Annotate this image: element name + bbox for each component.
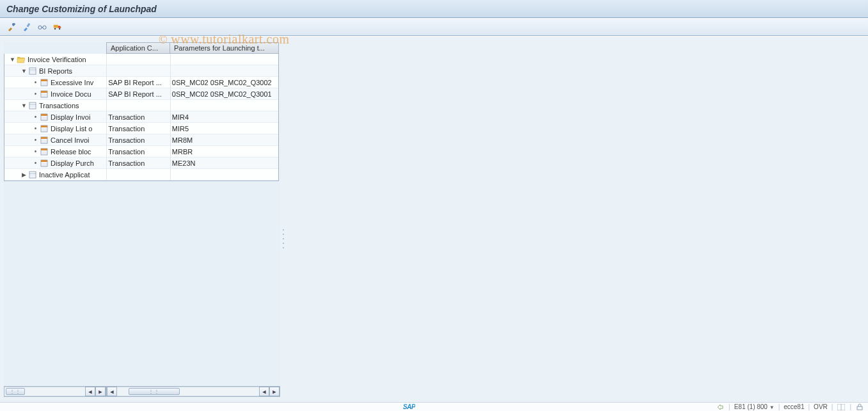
scrollbar-thumb[interactable]: ⋮⋮ [6, 388, 25, 395]
sap-logo: SAP [403, 403, 415, 410]
tree-cell[interactable]: ▼Transactions [4, 100, 106, 111]
pencil-wrench-icon [7, 22, 16, 31]
tree-row[interactable]: ▼Invoice Verification [4, 54, 278, 65]
node-icon [40, 124, 49, 133]
svg-rect-35 [41, 137, 47, 139]
scrollbar-track[interactable]: ⋮⋮ [4, 387, 85, 396]
node-icon [40, 90, 49, 99]
scroll-right-button[interactable]: ► [95, 387, 106, 396]
tree-cell[interactable]: •Excessive Inv [4, 77, 106, 88]
separator: | [849, 403, 851, 410]
cell-application [106, 54, 170, 65]
tree-panel: Application C... Parameters for Launchin… [4, 42, 280, 397]
tree-node-label: Inactive Applicat [39, 171, 90, 179]
cell-parameters: MIR5 [170, 123, 278, 134]
title-bar: Change Customizing of Launchpad [0, 0, 868, 18]
tree-bullet-icon: • [33, 136, 38, 143]
svg-rect-40 [41, 149, 47, 150]
svg-rect-55 [857, 407, 862, 410]
svg-point-5 [58, 28, 59, 29]
tree-row[interactable]: •Display PurchTransactionME23N [4, 157, 278, 169]
node-icon [40, 113, 49, 122]
expand-toggle-icon[interactable]: ▶ [21, 172, 27, 177]
cell-parameters [170, 169, 278, 181]
cell-application [106, 169, 170, 181]
cell-application: Transaction [106, 123, 170, 134]
scrollbar-track[interactable]: ⋮⋮ [117, 387, 259, 396]
page-title: Change Customizing of Launchpad [6, 4, 157, 14]
tree-cell[interactable]: ▼BI Reports [4, 65, 106, 77]
scroll-right-button[interactable]: ► [269, 387, 280, 396]
tree-row[interactable]: •Invoice DocuSAP BI Report ...0SR_MC02 0… [4, 88, 278, 100]
truck-icon [53, 22, 62, 31]
cell-application: Transaction [106, 111, 170, 123]
svg-rect-16 [41, 91, 47, 93]
expand-toggle-icon[interactable]: ▼ [21, 68, 27, 74]
tree-node-label: Release bloc [51, 148, 91, 156]
tree-cell[interactable]: •Display Purch [4, 157, 106, 169]
tree-row[interactable]: ▼Transactions [4, 100, 278, 111]
tree-cell[interactable]: •Cancel Invoi [4, 134, 106, 146]
status-lock-icon[interactable] [855, 403, 864, 411]
status-server: ecce81 [784, 403, 804, 410]
tree-row[interactable]: •Excessive InvSAP BI Report ...0SR_MC02 … [4, 77, 278, 88]
scrollbar-thumb[interactable]: ⋮⋮ [129, 388, 180, 395]
node-icon [40, 136, 49, 145]
cell-parameters [170, 100, 278, 111]
status-mode: OVR [814, 403, 828, 410]
node-icon [28, 170, 37, 179]
status-nav-icon[interactable] [716, 403, 725, 411]
status-layout-icon[interactable] [837, 403, 846, 411]
cell-application [106, 100, 170, 111]
tree-cell[interactable]: ▼Invoice Verification [4, 54, 106, 65]
cell-parameters: MR8M [170, 134, 278, 146]
tree-bullet-icon: • [33, 90, 38, 97]
tree-row[interactable]: •Release blocTransactionMRBR [4, 146, 278, 157]
expand-toggle-icon[interactable]: ▼ [21, 102, 27, 108]
tree-bullet-icon: • [33, 148, 38, 155]
svg-rect-30 [41, 125, 47, 127]
toolbar-button-transport[interactable] [52, 21, 64, 33]
tree-node-label: Invoice Verification [28, 56, 86, 63]
tree-cell[interactable]: •Display Invoi [4, 111, 106, 123]
column-header-application[interactable]: Application C... [106, 42, 170, 54]
grid-hscroll[interactable]: ◄ ⋮⋮ ◄ ► [106, 386, 280, 397]
tree-row[interactable]: •Display InvoiTransactionMIR4 [4, 111, 278, 123]
node-icon [40, 159, 49, 168]
splitter-handle[interactable] [281, 229, 285, 248]
cell-parameters: ME23N [170, 157, 278, 169]
status-system[interactable]: E81 (1) 800 ▼ [734, 403, 775, 410]
tree-node-label: BI Reports [39, 67, 72, 75]
toolbar-button-1[interactable] [6, 21, 18, 33]
tree-row[interactable]: •Cancel InvoiTransactionMR8M [4, 134, 278, 146]
cell-application: Transaction [106, 157, 170, 169]
svg-rect-25 [41, 114, 47, 116]
separator: | [729, 403, 730, 410]
svg-rect-0 [26, 22, 30, 27]
tree-cell[interactable]: ▶Inactive Applicat [4, 169, 106, 181]
cell-parameters: 0SR_MC02 0SR_MC02_Q3001 [170, 88, 278, 100]
horizontal-scrollbars: ⋮⋮ ◄ ► ◄ ⋮⋮ ◄ ► [4, 386, 280, 397]
tree-hscroll[interactable]: ⋮⋮ ◄ ► [4, 386, 106, 397]
tree-row[interactable]: •Display List oTransactionMIR5 [4, 123, 278, 134]
toolbar-button-3[interactable] [37, 21, 49, 33]
status-system-text: E81 (1) 800 [734, 403, 768, 410]
column-header-parameters[interactable]: Parameters for Launching t... [170, 42, 279, 54]
scroll-left-button[interactable]: ◄ [85, 387, 95, 396]
tree-column-header[interactable] [4, 42, 106, 54]
tree-cell[interactable]: •Release bloc [4, 146, 106, 157]
toolbar-button-2[interactable] [22, 21, 33, 33]
status-bar: SAP | E81 (1) 800 ▼ | ecce81 | OVR | | [0, 402, 868, 411]
tree-row[interactable]: ▶Inactive Applicat [4, 169, 278, 181]
separator: | [809, 403, 810, 410]
tree-cell[interactable]: •Invoice Docu [4, 88, 106, 100]
node-icon [28, 67, 37, 76]
tree-row[interactable]: ▼BI Reports [4, 65, 278, 77]
expand-toggle-icon[interactable]: ▼ [10, 56, 15, 62]
dropdown-icon: ▼ [769, 405, 775, 410]
svg-point-4 [54, 28, 55, 29]
scroll-left-button[interactable]: ◄ [107, 387, 117, 396]
node-icon [40, 78, 49, 87]
tree-cell[interactable]: •Display List o [4, 123, 106, 134]
scroll-left-inner-button[interactable]: ◄ [259, 387, 269, 396]
